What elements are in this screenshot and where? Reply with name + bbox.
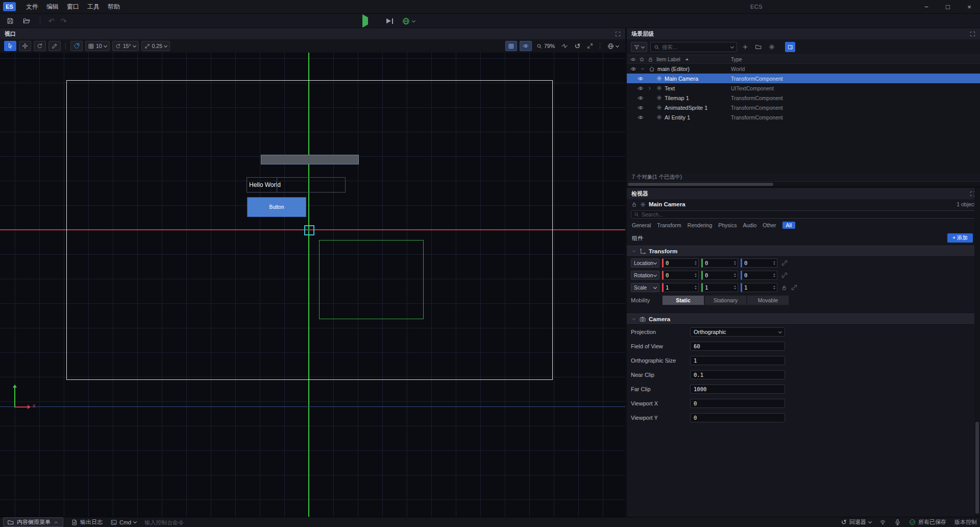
- minimize-button[interactable]: −: [916, 0, 937, 14]
- tree-row-main[interactable]: main (Editor) World: [627, 64, 980, 74]
- lock-icon[interactable]: [781, 285, 787, 291]
- link-icon[interactable]: [781, 260, 788, 266]
- select-tool-button[interactable]: [4, 41, 16, 51]
- step-button[interactable]: [386, 18, 393, 24]
- menu-help[interactable]: 帮助: [104, 0, 124, 14]
- text-entity[interactable]: Hello World: [247, 177, 346, 193]
- mobility-movable-button[interactable]: Movable: [747, 295, 789, 305]
- tree-row-main-camera[interactable]: Main Camera TransformComponent: [627, 74, 980, 83]
- menu-window[interactable]: 窗口: [63, 0, 83, 14]
- spinner[interactable]: [695, 261, 697, 265]
- visibility-toggle-button[interactable]: [520, 41, 532, 51]
- visibility-toggle[interactable]: [630, 66, 637, 72]
- column-type[interactable]: Type: [731, 57, 742, 62]
- maximize-button[interactable]: □: [937, 0, 959, 14]
- tree-row-animatedsprite[interactable]: AnimatedSprite 1 TransformComponent: [627, 103, 980, 112]
- panel-layout-button[interactable]: [785, 42, 795, 52]
- menu-tools[interactable]: 工具: [83, 0, 104, 14]
- link-icon[interactable]: [791, 284, 797, 291]
- mobility-stationary-button[interactable]: Stationary: [704, 295, 747, 305]
- grid-toggle-button[interactable]: [505, 41, 517, 51]
- tab-other[interactable]: Other: [763, 222, 776, 228]
- spinner[interactable]: [773, 273, 775, 277]
- location-y-field[interactable]: 0: [701, 258, 738, 268]
- close-button[interactable]: ×: [959, 0, 980, 14]
- hierarchy-search-input[interactable]: [662, 44, 728, 50]
- lock-icon[interactable]: [631, 202, 637, 207]
- output-log-button[interactable]: 输出日志: [71, 518, 103, 526]
- visibility-toggle[interactable]: [637, 85, 644, 91]
- menu-edit[interactable]: 编辑: [42, 0, 63, 14]
- hierarchy-search[interactable]: [650, 42, 737, 52]
- reset-view-button[interactable]: ↺: [572, 41, 582, 51]
- move-tool-button[interactable]: [19, 41, 31, 51]
- tab-transform[interactable]: Transform: [657, 222, 681, 228]
- hierarchy-hscrollbar[interactable]: [627, 181, 980, 186]
- rotation-z-field[interactable]: 0: [741, 271, 777, 280]
- visibility-toggle[interactable]: [637, 105, 644, 111]
- link-icon[interactable]: [781, 272, 788, 278]
- play-button[interactable]: [362, 17, 368, 25]
- spinner[interactable]: [773, 261, 775, 265]
- grid-snap-dropdown[interactable]: 10: [85, 41, 110, 51]
- entity-bounds-box[interactable]: [319, 240, 424, 319]
- version-control-button[interactable]: 版本控制: [954, 518, 977, 526]
- hierarchy-settings-button[interactable]: [767, 42, 777, 52]
- rotation-mode-dropdown[interactable]: Rotation: [631, 271, 659, 280]
- location-z-field[interactable]: 0: [741, 258, 777, 268]
- projection-dropdown[interactable]: Orthographic: [690, 327, 785, 337]
- content-drawer-button[interactable]: 内容侧滑菜单: [3, 517, 63, 527]
- rotation-y-field[interactable]: 0: [701, 271, 738, 280]
- column-item-label[interactable]: Item Label: [656, 57, 680, 62]
- scale-x-field[interactable]: 1: [662, 283, 699, 292]
- save-button[interactable]: [5, 16, 15, 26]
- inspector-search[interactable]: [631, 210, 976, 219]
- scale-mode-dropdown[interactable]: Scale: [631, 283, 659, 292]
- tab-physics[interactable]: Physics: [718, 222, 737, 228]
- rotation-snap-dropdown[interactable]: 15°: [112, 41, 139, 51]
- scrollbar-thumb[interactable]: [628, 183, 773, 186]
- network-status-button[interactable]: [879, 519, 886, 525]
- expand-panel-icon[interactable]: [615, 31, 621, 37]
- tab-rendering[interactable]: Rendering: [688, 222, 712, 228]
- near-clip-field[interactable]: 0.1: [690, 370, 785, 379]
- console-command-input[interactable]: [144, 519, 231, 525]
- rotate-tool-button[interactable]: [34, 41, 46, 51]
- expand-toggle[interactable]: [639, 66, 646, 71]
- stats-button[interactable]: [559, 41, 570, 51]
- viewport-x-field[interactable]: 0: [690, 399, 785, 408]
- expand-panel-icon[interactable]: [970, 31, 975, 37]
- spinner[interactable]: [734, 261, 736, 265]
- rollback-dropdown[interactable]: ↺ 回退器: [841, 518, 871, 526]
- inspector-vscrollbar[interactable]: [974, 188, 980, 517]
- open-button[interactable]: [21, 16, 32, 26]
- orthographic-size-field[interactable]: 1: [690, 356, 785, 365]
- rotation-x-field[interactable]: 0: [662, 271, 699, 280]
- tree-row-tilemap[interactable]: Tilemap 1 TransformComponent: [627, 93, 980, 103]
- add-folder-button[interactable]: [753, 42, 764, 52]
- spinner[interactable]: [734, 285, 736, 290]
- far-clip-field[interactable]: 1000: [690, 385, 785, 394]
- camera-section-header[interactable]: Camera: [627, 314, 980, 325]
- selection-box[interactable]: [304, 225, 314, 235]
- fullscreen-button[interactable]: [585, 41, 595, 51]
- panel-entity[interactable]: [261, 155, 359, 164]
- scene-canvas[interactable]: Hello World Button x: [0, 53, 625, 517]
- scale-y-field[interactable]: 1: [701, 283, 738, 292]
- viewport-y-field[interactable]: 0: [690, 413, 785, 422]
- button-entity[interactable]: Button: [247, 197, 306, 217]
- menu-file[interactable]: 文件: [22, 0, 42, 14]
- scale-z-field[interactable]: 1: [741, 283, 777, 292]
- scale-snap-dropdown[interactable]: 0.25: [141, 41, 170, 51]
- undo-button[interactable]: ↶: [48, 17, 55, 25]
- save-status[interactable]: 所有已保存: [909, 518, 946, 526]
- spinner[interactable]: [734, 273, 736, 277]
- location-x-field[interactable]: 0: [662, 258, 699, 268]
- tab-general[interactable]: General: [632, 222, 651, 228]
- spinner[interactable]: [695, 273, 697, 277]
- cmd-dropdown[interactable]: Cmd: [111, 519, 136, 525]
- tree-row-ai-entity[interactable]: AI Entity 1 TransformComponent: [627, 112, 980, 122]
- tag-tool-button[interactable]: [70, 41, 83, 51]
- tab-audio[interactable]: Audio: [743, 222, 756, 228]
- voice-button[interactable]: [894, 519, 901, 525]
